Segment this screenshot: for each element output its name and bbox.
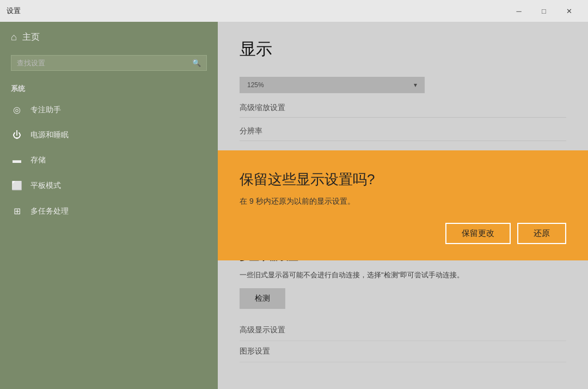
sidebar-item-focus-label: 专注助手 <box>30 105 61 115</box>
dialog-description: 在 9 秒内还原为以前的显示设置。 <box>240 197 566 206</box>
sidebar-item-tablet[interactable]: ⬜ 平板模式 <box>0 173 218 198</box>
title-bar: 设置 ─ □ ✕ <box>0 0 588 22</box>
sidebar-section-label: 系统 <box>0 80 218 97</box>
dialog: 保留这些显示设置吗? 在 9 秒内还原为以前的显示设置。 保留更改 还原 <box>218 150 588 260</box>
sidebar-item-multitask[interactable]: ⊞ 多任务处理 <box>0 198 218 224</box>
maximize-button[interactable]: □ <box>531 0 556 22</box>
storage-icon: ▬ <box>11 155 23 165</box>
app-body: ⌂ 主页 🔍 系统 ◎ 专注助手 ⏻ 电源和睡眠 ▬ 存储 ⬜ 平板模式 <box>0 22 588 389</box>
sidebar-items: ◎ 专注助手 ⏻ 电源和睡眠 ▬ 存储 ⬜ 平板模式 ⊞ 多任务处理 <box>0 97 218 389</box>
sidebar-item-storage-label: 存储 <box>30 155 46 165</box>
multitask-icon: ⊞ <box>11 206 23 216</box>
close-button[interactable]: ✕ <box>556 0 581 22</box>
sidebar: ⌂ 主页 🔍 系统 ◎ 专注助手 ⏻ 电源和睡眠 ▬ 存储 ⬜ 平板模式 <box>0 22 218 389</box>
sidebar-search-container[interactable]: 🔍 <box>11 55 207 71</box>
home-label: 主页 <box>22 32 40 43</box>
window-controls: ─ □ ✕ <box>506 0 581 22</box>
content-area: 显示 125% ▾ 高级缩放设置 分辨率 多显示器设置 一些旧式显示器可能不会进… <box>218 22 588 389</box>
sidebar-item-power[interactable]: ⏻ 电源和睡眠 <box>0 123 218 148</box>
sidebar-item-focus[interactable]: ◎ 专注助手 <box>0 97 218 123</box>
app-title: 设置 <box>7 6 21 16</box>
dialog-title: 保留这些显示设置吗? <box>240 170 566 189</box>
tablet-icon: ⬜ <box>11 180 23 191</box>
home-icon: ⌂ <box>11 32 17 43</box>
search-icon: 🔍 <box>192 59 201 67</box>
sidebar-item-multitask-label: 多任务处理 <box>30 206 69 216</box>
search-input[interactable] <box>17 59 192 67</box>
minimize-button[interactable]: ─ <box>506 0 531 22</box>
sidebar-home[interactable]: ⌂ 主页 <box>0 22 218 53</box>
dialog-buttons: 保留更改 还原 <box>240 223 566 244</box>
sidebar-item-power-label: 电源和睡眠 <box>30 130 69 140</box>
power-icon: ⏻ <box>11 130 23 140</box>
keep-changes-button[interactable]: 保留更改 <box>445 223 511 244</box>
dialog-overlay: 保留这些显示设置吗? 在 9 秒内还原为以前的显示设置。 保留更改 还原 <box>218 22 588 389</box>
focus-icon: ◎ <box>11 105 23 115</box>
sidebar-item-tablet-label: 平板模式 <box>30 181 61 191</box>
sidebar-item-storage[interactable]: ▬ 存储 <box>0 148 218 173</box>
revert-button[interactable]: 还原 <box>517 223 566 244</box>
